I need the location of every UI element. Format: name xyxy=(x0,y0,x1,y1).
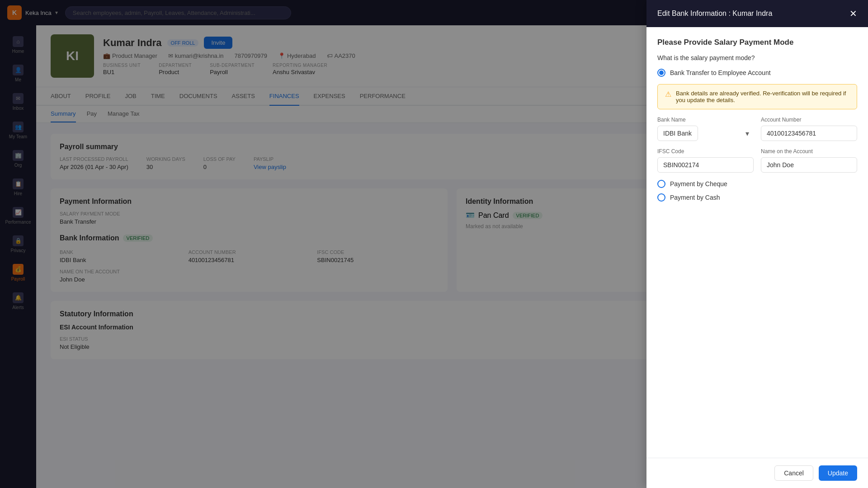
edit-bank-dialog: Edit Bank Information : Kumar Indra ✕ Pl… xyxy=(646,0,868,488)
name-on-account-input[interactable] xyxy=(761,157,857,173)
account-number-input[interactable] xyxy=(761,126,857,141)
bank-transfer-radio[interactable] xyxy=(657,69,665,77)
bank-name-select-wrapper: IDBI Bank xyxy=(657,126,754,141)
dialog-footer: Cancel Update xyxy=(646,458,868,488)
cash-radio[interactable] xyxy=(657,193,665,202)
bank-warning-box: ⚠ Bank details are already verified. Re-… xyxy=(657,84,857,109)
bank-name-group: Bank Name IDBI Bank xyxy=(657,117,754,141)
bank-transfer-option[interactable]: Bank Transfer to Employee Account xyxy=(657,69,857,77)
dialog-section-title: Please Provide Salary Payment Mode xyxy=(657,38,857,47)
warning-icon: ⚠ xyxy=(665,90,671,99)
warning-text: Bank details are already verified. Re-ve… xyxy=(676,90,849,103)
cheque-option[interactable]: Payment by Cheque xyxy=(657,180,857,188)
cash-option[interactable]: Payment by Cash xyxy=(657,193,857,202)
bank-name-field-label: Bank Name xyxy=(657,117,754,123)
dialog-body: Please Provide Salary Payment Mode What … xyxy=(646,27,868,458)
account-number-field-label: Account Number xyxy=(761,117,857,123)
ifsc-code-input[interactable] xyxy=(657,157,754,173)
cash-label: Payment by Cash xyxy=(670,194,720,201)
bank-name-account-row: Bank Name IDBI Bank Account Number xyxy=(657,117,857,141)
name-on-account-group: Name on the Account xyxy=(761,148,857,173)
bank-transfer-label: Bank Transfer to Employee Account xyxy=(670,69,771,76)
name-on-account-field-label: Name on the Account xyxy=(761,148,857,155)
cancel-button[interactable]: Cancel xyxy=(774,465,813,481)
dialog-close-button[interactable]: ✕ xyxy=(849,8,857,19)
dialog-question: What is the salary payment mode? xyxy=(657,54,857,61)
cheque-label: Payment by Cheque xyxy=(670,180,727,188)
ifsc-code-group: IFSC Code xyxy=(657,148,754,173)
ifsc-field-label: IFSC Code xyxy=(657,148,754,155)
ifsc-name-row: IFSC Code Name on the Account xyxy=(657,148,857,173)
cheque-radio[interactable] xyxy=(657,180,665,188)
dialog-header: Edit Bank Information : Kumar Indra ✕ xyxy=(646,0,868,27)
bank-name-select[interactable]: IDBI Bank xyxy=(657,126,698,141)
update-button[interactable]: Update xyxy=(819,465,857,481)
dialog-title: Edit Bank Information : Kumar Indra xyxy=(657,9,772,18)
account-number-group: Account Number xyxy=(761,117,857,141)
